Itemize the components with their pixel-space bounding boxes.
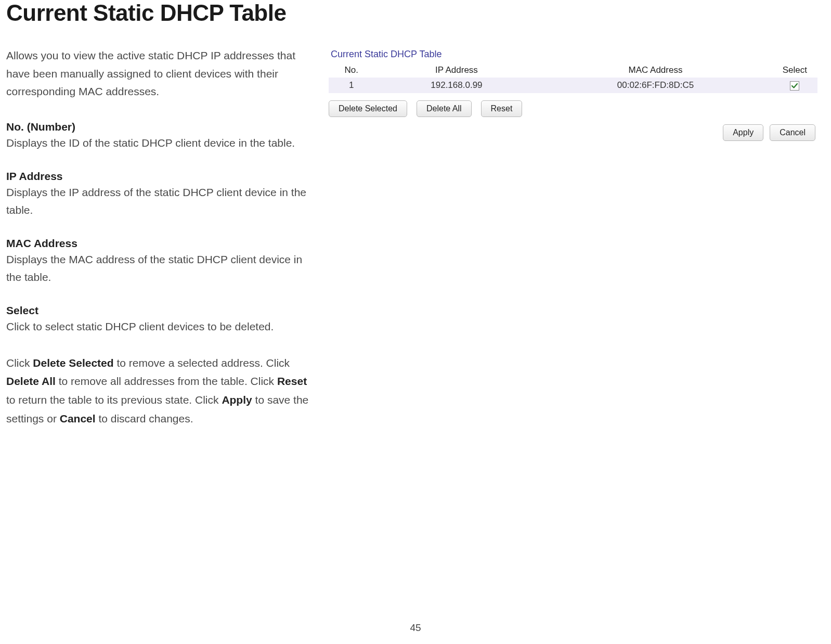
section-heading: Select — [6, 304, 313, 317]
cell-ip: 192.168.0.99 — [374, 78, 539, 93]
footer-bold: Delete All — [6, 375, 56, 387]
intro-paragraph: Allows you to view the active static DHC… — [6, 47, 313, 101]
footer-bold: Apply — [222, 394, 252, 406]
footer-bold: Cancel — [60, 413, 96, 424]
col-header-select: Select — [772, 63, 817, 78]
page-title: Current Static DHCP Table — [6, 0, 831, 26]
page-number: 45 — [410, 622, 421, 634]
table-row: 1 192.168.0.99 00:02:6F:FD:8D:C5 — [329, 78, 817, 93]
section-heading: MAC Address — [6, 237, 313, 250]
col-header-no: No. — [329, 63, 374, 78]
section-heading: IP Address — [6, 170, 313, 183]
documentation-column: Allows you to view the active static DHC… — [6, 47, 329, 428]
cell-no: 1 — [329, 78, 374, 93]
confirm-button-row: Apply Cancel — [329, 124, 817, 141]
footer-text: Click — [6, 357, 33, 369]
screenshot-title: Current Static DHCP Table — [329, 49, 817, 60]
cell-select — [772, 78, 817, 93]
footer-text: to remove all addresses from the table. … — [56, 375, 277, 387]
section-body: Click to select static DHCP client devic… — [6, 318, 313, 336]
dhcp-table-screenshot: Current Static DHCP Table No. IP Address… — [329, 49, 817, 141]
apply-button[interactable]: Apply — [723, 124, 763, 141]
content-wrap: Allows you to view the active static DHC… — [0, 47, 831, 428]
table-header-row: No. IP Address MAC Address Select — [329, 63, 817, 78]
delete-selected-button[interactable]: Delete Selected — [329, 100, 407, 117]
table-button-row: Delete Selected Delete All Reset — [329, 100, 817, 117]
section-body: Displays the MAC address of the static D… — [6, 251, 313, 287]
col-header-ip: IP Address — [374, 63, 539, 78]
footer-text: to return the table to its previous stat… — [6, 394, 222, 406]
footer-bold: Reset — [277, 375, 307, 387]
select-checkbox[interactable] — [790, 81, 799, 91]
col-header-mac: MAC Address — [539, 63, 772, 78]
section-heading: No. (Number) — [6, 121, 313, 133]
cancel-button[interactable]: Cancel — [770, 124, 815, 141]
section-mac: MAC Address Displays the MAC address of … — [6, 237, 313, 287]
delete-all-button[interactable]: Delete All — [417, 100, 472, 117]
section-body: Displays the IP address of the static DH… — [6, 184, 313, 220]
cell-mac: 00:02:6F:FD:8D:C5 — [539, 78, 772, 93]
section-select: Select Click to select static DHCP clien… — [6, 304, 313, 336]
section-body: Displays the ID of the static DHCP clien… — [6, 134, 313, 152]
section-ip: IP Address Displays the IP address of th… — [6, 170, 313, 220]
section-no: No. (Number) Displays the ID of the stat… — [6, 121, 313, 152]
footer-text: to discard changes. — [96, 413, 193, 424]
footer-text: to remove a selected address. Click — [114, 357, 290, 369]
reset-button[interactable]: Reset — [481, 100, 523, 117]
screenshot-column: Current Static DHCP Table No. IP Address… — [329, 47, 817, 141]
footer-paragraph: Click Delete Selected to remove a select… — [6, 354, 313, 428]
checkmark-icon — [791, 82, 798, 89]
footer-bold: Delete Selected — [33, 357, 113, 369]
dhcp-table: No. IP Address MAC Address Select 1 192.… — [329, 63, 817, 93]
